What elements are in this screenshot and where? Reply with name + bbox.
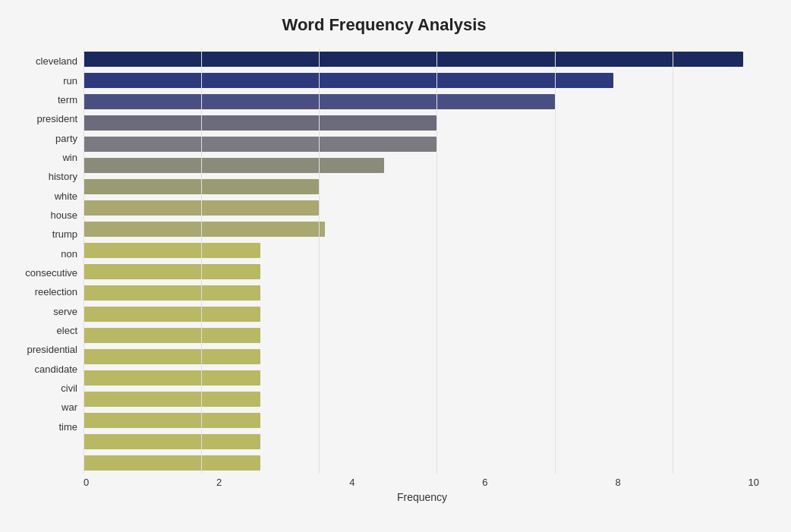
bar-row (84, 155, 761, 176)
bar (84, 222, 325, 237)
x-tick: 8 (615, 477, 620, 488)
y-label: party (55, 128, 77, 147)
bar-row (84, 134, 761, 155)
bar (84, 94, 555, 109)
x-tick: 6 (482, 477, 487, 488)
bar-row (84, 197, 761, 219)
y-label: win (62, 148, 77, 167)
bar-row (84, 410, 761, 431)
bar-row (84, 431, 761, 452)
bar (84, 328, 260, 343)
y-axis: clevelandruntermpresidentpartywinhistory… (8, 49, 84, 459)
y-label: reelection (35, 282, 77, 301)
y-label: civil (61, 379, 77, 398)
y-label: candidate (35, 360, 77, 379)
bar-row (84, 261, 761, 282)
x-ticks: 0246810 (84, 477, 761, 488)
y-label: elect (57, 321, 77, 340)
bar-row (84, 346, 761, 367)
bar (84, 137, 436, 152)
bar-row (84, 219, 761, 240)
bar-row (84, 452, 761, 474)
y-label: time (58, 417, 77, 436)
y-label: history (49, 167, 77, 186)
bar (84, 285, 260, 301)
bar-row (84, 176, 761, 197)
y-label: war (61, 398, 77, 417)
bar-row (84, 112, 761, 134)
bars-container (84, 49, 761, 474)
y-label: cleveland (36, 52, 77, 71)
x-axis-label: Frequency (84, 491, 761, 503)
y-label: presidential (27, 340, 78, 359)
bar-row (84, 70, 761, 91)
y-label: consecutive (25, 263, 77, 282)
y-label: term (58, 90, 77, 109)
bar (84, 455, 260, 471)
x-tick: 2 (216, 477, 222, 488)
x-tick: 0 (84, 477, 89, 488)
bar-row (84, 282, 761, 304)
x-tick: 10 (748, 477, 758, 488)
x-tick: 4 (349, 477, 355, 488)
bar-row (84, 367, 761, 389)
bar-row (84, 49, 761, 70)
bar (84, 200, 319, 216)
bar (84, 73, 613, 88)
bar (84, 158, 384, 173)
y-label: white (55, 186, 77, 205)
y-label: non (61, 244, 77, 263)
bar (84, 264, 260, 279)
bar-row (84, 325, 761, 346)
bar (84, 52, 743, 67)
bar (84, 243, 260, 258)
bar (84, 115, 436, 131)
bar (84, 392, 260, 407)
y-label: house (51, 206, 77, 225)
plot-area: 0246810 Frequency (84, 49, 761, 459)
y-label: president (37, 109, 77, 128)
x-axis: 0246810 Frequency (84, 477, 761, 503)
chart-title: Word Frequency Analysis (8, 15, 761, 35)
y-label: trump (52, 225, 77, 244)
chart-container: Word Frequency Analysis clevelandrunterm… (0, 0, 791, 532)
chart-area: clevelandruntermpresidentpartywinhistory… (8, 49, 761, 459)
bar (84, 434, 260, 449)
bar (84, 307, 260, 322)
y-label: serve (53, 301, 77, 320)
bar-row (84, 389, 761, 410)
bar (84, 349, 260, 364)
y-label: run (63, 71, 77, 90)
bar (84, 179, 319, 194)
bar-row (84, 304, 761, 325)
bar (84, 413, 260, 428)
bar-row (84, 240, 761, 261)
bar (84, 370, 260, 386)
bar-row (84, 91, 761, 112)
